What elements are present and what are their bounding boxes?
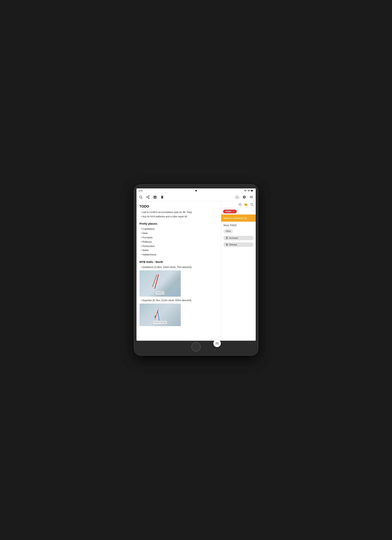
note-title: TODO: [139, 204, 218, 209]
svg-point-6: [146, 196, 147, 197]
svg-line-8: [147, 197, 149, 198]
search-button[interactable]: [139, 195, 143, 199]
svg-point-5: [148, 195, 149, 196]
svg-line-12: [253, 205, 253, 206]
svg-line-9: [147, 196, 149, 197]
cloud-sync-button[interactable]: [235, 195, 239, 199]
archived-badge: 🗄 Archived: [223, 236, 253, 240]
sidebar-tag-varia[interactable]: Varia: [221, 228, 256, 234]
camera: [195, 190, 197, 191]
map-blue-trail: [157, 311, 159, 320]
delete-button[interactable]: [160, 195, 164, 199]
search-sidebar-button[interactable]: [250, 203, 254, 206]
toolbar: [136, 193, 256, 201]
place-3: • Fornalutx: [139, 236, 218, 240]
svg-rect-1: [253, 190, 253, 191]
map-label-1: Estellencs: [156, 292, 164, 294]
sidebar-items: TODO 📌 ⌃ Mallorca weekend trip Work TODO: [221, 208, 256, 249]
status-icons: [244, 189, 253, 192]
pin-icon: 📌: [232, 210, 234, 213]
place-7: • Valldemossa: [139, 253, 218, 257]
toolbar-right: [235, 195, 253, 199]
place-6: • Sóller: [139, 248, 218, 252]
todo-badge: TODO 📌: [223, 210, 237, 213]
map-label-2: Port des Canonge: [153, 321, 167, 324]
main-area: TODO • call to confirm accomodation (ask…: [136, 201, 256, 341]
svg-point-11: [251, 203, 253, 205]
tablet-frame: 3:29: [134, 185, 258, 355]
home-button[interactable]: [191, 342, 201, 352]
place-4: • Pollença: [139, 240, 218, 244]
varia-badge: Varia: [223, 229, 233, 233]
trail-1-map: Estellencs: [139, 270, 181, 297]
sidebar-deleted[interactable]: 🗑 Deleted: [221, 242, 256, 248]
svg-point-3: [139, 196, 142, 198]
status-time: 3:29: [139, 190, 143, 192]
trail-2-label: • Esporles (5.7km, 212m climb, 335m desc…: [139, 299, 218, 302]
battery-icon: [251, 189, 253, 192]
deleted-badge: 🗑 Deleted: [223, 242, 253, 247]
place-2: • Deià: [139, 231, 218, 235]
signal-icon: [248, 189, 250, 192]
settings-button[interactable]: [242, 195, 246, 199]
sidebar-archived[interactable]: 🗄 Archived: [221, 235, 256, 241]
place-5: • Portocolom: [139, 244, 218, 248]
todo-section-header[interactable]: TODO 📌 ⌃: [221, 209, 256, 214]
pretty-places-title: Pretty places:: [139, 221, 218, 226]
overflow-menu-button[interactable]: [249, 195, 253, 199]
mtb-title: MTB trails - North: [139, 260, 218, 264]
chevron-up-icon: ⌃: [252, 210, 254, 213]
note-content[interactable]: TODO • call to confirm accomodation (ask…: [136, 201, 221, 341]
screen: 3:29: [136, 188, 256, 341]
todo-item-1: • call to confirm accomodation (ask for …: [139, 210, 218, 214]
sidebar-item-mallorca[interactable]: Mallorca weekend trip: [221, 215, 256, 222]
sidebar: TODO 📌 ⌃ Mallorca weekend trip Work TODO: [221, 201, 256, 341]
place-1: • Capdepera: [139, 227, 218, 231]
toolbar-left: [139, 195, 164, 199]
trash-small-icon: 🗑: [226, 243, 228, 246]
map-trail-line: [152, 275, 157, 287]
archive-small-icon: 🗄: [226, 237, 228, 240]
sidebar-item-work-todo[interactable]: Work TODO: [221, 222, 256, 228]
sidebar-header: [221, 201, 256, 208]
todo-item-2: • buy 4x AAA batteries and a tube repair…: [139, 215, 218, 219]
archive-button[interactable]: [153, 195, 157, 199]
svg-point-7: [148, 198, 149, 199]
trail-1-label: • Estellencs (2.9km, 165m climb, 75m des…: [139, 265, 218, 269]
history-icon-button[interactable]: [238, 203, 242, 206]
svg-rect-2: [251, 190, 253, 191]
folder-icon-button[interactable]: [244, 203, 248, 206]
trail-2-map: Port des Canonge: [139, 304, 181, 326]
svg-line-4: [141, 198, 142, 199]
share-button[interactable]: [146, 195, 150, 199]
wifi-icon: [244, 189, 247, 192]
